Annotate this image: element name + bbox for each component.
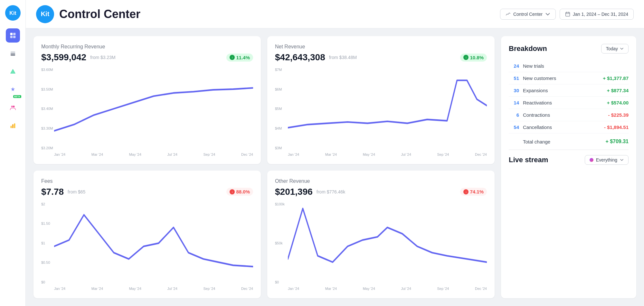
livestream-title: Live stream	[509, 156, 548, 164]
sidebar-item-dashboard[interactable]	[6, 28, 20, 43]
new-customers-count: 51	[509, 75, 519, 81]
header: Kit Control Center Control Center Jan 1,…	[26, 0, 644, 28]
mrr-svg-wrap	[54, 68, 253, 150]
charts-grid: Monthly Recurring Revenue $3,599,042 fro…	[33, 36, 495, 298]
date-range-label: Jan 1, 2024 – Dec 31, 2024	[573, 12, 628, 17]
net-revenue-badge: ↑ 10.8%	[460, 54, 487, 62]
today-dropdown[interactable]: Today	[601, 44, 629, 54]
cancellations-count: 54	[509, 124, 519, 130]
net-revenue-badge-value: 10.8%	[470, 55, 484, 60]
mrr-badge: ↑ 11.4%	[226, 54, 253, 62]
net-revenue-y-labels: $7M $6M $5M $4M $3M	[275, 68, 282, 150]
mrr-value-row: $3,599,042 from $3.23M ↑ 11.4%	[41, 52, 253, 63]
net-revenue-x-labels: Jan '24 Mar '24 May '24 Jul '24 Sep '24 …	[288, 153, 487, 156]
mrr-card: Monthly Recurring Revenue $3,599,042 fro…	[33, 36, 261, 164]
sidebar-item-analytics[interactable]	[6, 119, 20, 133]
svg-rect-7	[10, 53, 15, 54]
everything-dropdown[interactable]: Everything	[585, 155, 629, 165]
new-customers-value: + $1,377.87	[603, 75, 629, 81]
total-label: Total change	[509, 139, 605, 144]
net-revenue-svg-wrap	[288, 68, 487, 150]
other-revenue-badge: ↓ 74.1%	[460, 188, 487, 196]
date-range-dropdown[interactable]: Jan 1, 2024 – Dec 31, 2024	[560, 9, 634, 20]
fees-svg-wrap	[54, 202, 253, 284]
sidebar-item-triangle[interactable]	[6, 64, 20, 79]
svg-rect-5	[13, 36, 15, 38]
content-area: Monthly Recurring Revenue $3,599,042 fro…	[26, 28, 644, 306]
right-panel: Breakdown Today 24 New trials 51 New cu	[501, 36, 636, 298]
livestream-header: Live stream Everything	[509, 155, 629, 165]
mrr-chart: $3.60M $3.50M $3.40M $3.30M $3.20M Jan '…	[41, 68, 253, 156]
contractions-label: Contractions	[523, 112, 608, 118]
reactivations-value: + $574.00	[607, 100, 629, 105]
contractions-count: 6	[509, 112, 519, 118]
fees-value-row: $7.78 from $65 ↓ 88.0%	[41, 187, 253, 197]
reactivations-count: 14	[509, 100, 519, 105]
beta-badge: BETA	[13, 95, 21, 98]
svg-rect-8	[10, 54, 15, 56]
fees-y-labels: $2 $1.50 $1 $0.50 $0	[41, 202, 50, 284]
fees-from: from $65	[68, 189, 85, 194]
today-label: Today	[606, 46, 618, 51]
svg-rect-2	[10, 33, 12, 35]
net-revenue-value-row: $42,643,308 from $38.48M ↑ 10.8%	[275, 52, 487, 63]
chevron-icon	[545, 12, 550, 17]
svg-rect-6	[10, 52, 15, 53]
other-revenue-chart: $100k $50k $0 Jan '24 Mar '24 May '24 Ju…	[275, 202, 487, 291]
total-value: + $709.31	[605, 139, 629, 144]
fees-arrow: ↓	[230, 189, 235, 194]
svg-rect-13	[14, 123, 15, 128]
svg-rect-4	[10, 36, 12, 38]
mrr-from: from $3.23M	[90, 55, 116, 60]
other-revenue-arrow: ↓	[463, 189, 469, 194]
total-row: Total change + $709.31	[509, 135, 629, 144]
mrr-title: Monthly Recurring Revenue	[41, 44, 253, 50]
net-revenue-chart: $7M $6M $5M $4M $3M Jan '24 Mar '24 May …	[275, 68, 487, 156]
expansions-count: 30	[509, 88, 519, 93]
other-revenue-x-labels: Jan '24 Mar '24 May '24 Jul '24 Sep '24 …	[288, 287, 487, 291]
mrr-x-labels: Jan '24 Mar '24 May '24 Jul '24 Sep '24 …	[54, 153, 253, 156]
sidebar-item-ai[interactable]: BETA	[6, 83, 20, 97]
fees-badge: ↓ 88.0%	[226, 188, 253, 196]
other-revenue-badge-value: 74.1%	[470, 189, 484, 194]
sidebar: Kit BETA	[0, 0, 26, 306]
cancellations-row: 54 Cancellations - $1,894.51	[509, 121, 629, 133]
fees-card: Fees $7.78 from $65 ↓ 88.0% $2 $1.50 $1 …	[33, 171, 261, 299]
fees-chart: $2 $1.50 $1 $0.50 $0 Jan '24 Mar '24 May…	[41, 202, 253, 291]
svg-point-10	[13, 106, 15, 108]
other-revenue-svg-wrap	[288, 202, 487, 284]
fees-value: $7.78	[41, 187, 64, 197]
breakdown-title: Breakdown	[509, 44, 547, 53]
contractions-row: 6 Contractions - $225.39	[509, 109, 629, 121]
svg-rect-11	[10, 126, 12, 128]
calendar-icon	[565, 12, 570, 17]
net-revenue-arrow: ↑	[463, 55, 469, 60]
chart-icon	[506, 12, 511, 17]
net-revenue-value: $42,643,308	[275, 52, 325, 63]
control-center-label: Control Center	[513, 12, 543, 17]
sidebar-item-layers[interactable]	[6, 46, 20, 61]
fees-x-labels: Jan '24 Mar '24 May '24 Jul '24 Sep '24 …	[54, 287, 253, 291]
main-content: Kit Control Center Control Center Jan 1,…	[26, 0, 644, 306]
expansions-value: + $877.34	[607, 88, 629, 93]
net-revenue-title: Net Revenue	[275, 44, 487, 50]
header-left: Kit Control Center	[36, 5, 140, 23]
expansions-row: 30 Expansions + $877.34	[509, 84, 629, 97]
net-revenue-from: from $38.48M	[329, 55, 357, 60]
mrr-badge-value: 11.4%	[236, 55, 250, 60]
fees-badge-value: 88.0%	[236, 189, 250, 194]
today-chevron	[620, 47, 624, 51]
svg-rect-12	[12, 124, 14, 128]
svg-point-9	[11, 106, 13, 108]
control-center-dropdown[interactable]: Control Center	[500, 9, 556, 20]
sidebar-item-people[interactable]	[6, 101, 20, 115]
page-title: Control Center	[59, 7, 140, 21]
other-revenue-value-row: $201,396 from $776.46k ↓ 74.1%	[275, 187, 487, 197]
mrr-y-labels: $3.60M $3.50M $3.40M $3.30M $3.20M	[41, 68, 53, 150]
svg-text:Kit: Kit	[9, 10, 16, 16]
other-revenue-y-labels: $100k $50k $0	[275, 202, 285, 284]
kit-logo-text: Kit	[41, 10, 50, 18]
kit-logo: Kit	[36, 5, 54, 23]
other-revenue-card: Other Revenue $201,396 from $776.46k ↓ 7…	[267, 171, 495, 299]
sidebar-logo[interactable]: Kit	[5, 5, 21, 21]
